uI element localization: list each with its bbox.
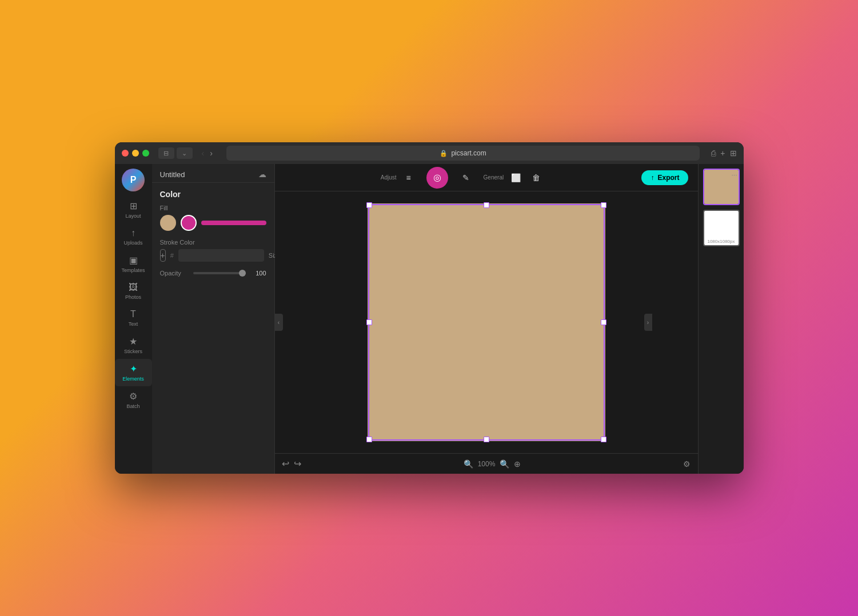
uploads-icon: ↑ — [131, 228, 135, 238]
bottom-center: 🔍 100% 🔍 ⊕ — [464, 459, 521, 469]
sidebar-item-text[interactable]: T Text — [115, 305, 152, 331]
layer-thumb-1[interactable]: ··· — [703, 169, 740, 205]
expand-panel-button[interactable]: › — [644, 314, 652, 331]
panel-header: Untitled ☁ — [152, 164, 274, 183]
delete-tool-button[interactable]: 🗑 — [528, 169, 545, 186]
main-area: Adjust ≡ ◎ ✎ General ⬜ 🗑 ↑ — [275, 164, 698, 474]
zoom-level: 100% — [478, 460, 496, 468]
settings-icon[interactable]: ⚙ — [683, 459, 691, 469]
extensions-icon[interactable]: ⊞ — [730, 149, 737, 158]
export-button[interactable]: ↑ Export — [641, 170, 688, 185]
photos-icon: 🖼 — [129, 282, 138, 293]
sidebar-item-elements[interactable]: ✦ Elements — [115, 359, 152, 386]
app-body: P ⊞ Layout ↑ Uploads ▣ Templates 🖼 Photo… — [115, 164, 744, 474]
fit-view-icon[interactable]: ⊕ — [514, 459, 521, 469]
logo-button[interactable]: P — [122, 169, 145, 191]
handle-top-mid[interactable] — [484, 202, 489, 208]
handle-mid-left[interactable] — [366, 319, 372, 325]
export-icon: ↑ — [651, 174, 654, 182]
title-bar: ⊟ ⌄ ‹ › 🔒 picsart.com ⎙ + ⊞ — [115, 142, 744, 164]
handle-mid-right[interactable] — [601, 319, 606, 325]
layer-1-more-button[interactable]: ··· — [731, 171, 737, 179]
handle-top-right[interactable] — [601, 202, 606, 208]
tab-expand-button[interactable]: ⌄ — [177, 147, 193, 159]
sidebar-label-stickers: Stickers — [124, 349, 142, 354]
nav-arrows: ‹ › — [199, 149, 215, 158]
sidebar-toggle-button[interactable]: ⊟ — [158, 147, 174, 159]
add-stroke-button[interactable]: + — [160, 249, 166, 262]
title-bar-right: ⎙ + ⊞ — [711, 149, 736, 158]
frame-tool-button[interactable]: ⬜ — [507, 169, 524, 186]
bottom-left: ↩ ↪ — [282, 458, 301, 469]
color-panel: Untitled ☁ Color Fill Stroke Color + # — [152, 164, 275, 474]
canvas-bottom-bar: ↩ ↪ 🔍 100% 🔍 ⊕ ⚙ — [275, 453, 698, 474]
address-bar[interactable]: 🔒 picsart.com — [226, 146, 700, 161]
sidebar-label-uploads: Uploads — [123, 240, 142, 246]
canvas-element[interactable] — [368, 203, 605, 441]
sidebar-label-text: Text — [129, 321, 138, 327]
selection-border — [368, 204, 605, 441]
canvas-wrapper — [361, 197, 612, 448]
layout-icon: ⊞ — [130, 201, 137, 211]
redo-button[interactable]: ↪ — [294, 458, 301, 469]
add-tab-icon[interactable]: + — [720, 149, 725, 158]
color-section: Color Fill Stroke Color + # Size 0 Opaci… — [152, 183, 274, 283]
handle-bottom-right[interactable] — [601, 437, 606, 442]
canvas-area: ‹ › — [275, 191, 698, 453]
templates-icon: ▣ — [129, 255, 138, 266]
share-icon[interactable]: ⎙ — [711, 149, 716, 158]
color-picker-icon: ◎ — [433, 172, 441, 183]
fill-label: Fill — [160, 205, 266, 211]
sidebar-item-batch[interactable]: ⚙ Batch — [115, 386, 152, 414]
batch-icon: ⚙ — [129, 391, 137, 402]
main-toolbar: Adjust ≡ ◎ ✎ General ⬜ 🗑 ↑ — [275, 164, 698, 191]
export-label: Export — [657, 174, 679, 182]
project-title: Untitled — [160, 170, 185, 179]
opacity-slider[interactable] — [193, 272, 246, 274]
fill-color-bar — [201, 221, 266, 225]
opacity-label: Opacity — [160, 270, 189, 277]
fill-swatches — [160, 215, 266, 231]
traffic-lights — [122, 150, 149, 157]
stroke-color-input[interactable] — [178, 249, 264, 262]
icon-sidebar: P ⊞ Layout ↑ Uploads ▣ Templates 🖼 Photo… — [115, 164, 152, 474]
handle-bottom-left[interactable] — [366, 437, 372, 442]
adjust-label: Adjust — [381, 174, 397, 181]
sidebar-item-layout[interactable]: ⊞ Layout — [115, 196, 152, 223]
text-icon: T — [130, 309, 136, 319]
handle-bottom-mid[interactable] — [484, 437, 489, 442]
pen-tool-button[interactable]: ✎ — [457, 169, 474, 186]
collapse-panel-button[interactable]: ‹ — [275, 314, 283, 331]
logo-icon: P — [130, 175, 137, 185]
color-picker-button[interactable]: ◎ — [426, 167, 448, 189]
sidebar-item-templates[interactable]: ▣ Templates — [115, 250, 152, 278]
handle-top-left[interactable] — [366, 202, 372, 208]
opacity-thumb[interactable] — [239, 270, 246, 277]
undo-button[interactable]: ↩ — [282, 458, 289, 469]
browser-window: ⊟ ⌄ ‹ › 🔒 picsart.com ⎙ + ⊞ P ⊞ Layout — [115, 142, 744, 474]
forward-button[interactable]: › — [207, 149, 215, 158]
sidebar-label-batch: Batch — [126, 403, 139, 409]
sidebar-item-stickers[interactable]: ★ Stickers — [115, 331, 152, 359]
toolbar-right: ↑ Export — [641, 170, 688, 185]
layer-thumb-2[interactable]: 1080x1080px — [703, 210, 740, 246]
panel-title-row: Untitled — [160, 170, 185, 179]
general-group: General ⬜ 🗑 — [484, 169, 545, 186]
sliders-tool-button[interactable]: ≡ — [400, 169, 417, 186]
elements-icon: ✦ — [130, 363, 137, 374]
fill-swatch-tan[interactable] — [160, 215, 176, 231]
minimize-button[interactable] — [132, 150, 139, 157]
zoom-in-icon[interactable]: 🔍 — [500, 459, 509, 469]
zoom-out-icon[interactable]: 🔍 — [464, 459, 473, 469]
fill-swatch-pink[interactable] — [181, 215, 197, 231]
cloud-sync-icon[interactable]: ☁ — [258, 170, 266, 179]
stroke-color-label: Stroke Color — [160, 239, 266, 246]
sidebar-item-uploads[interactable]: ↑ Uploads — [115, 223, 152, 250]
sidebar-item-photos[interactable]: 🖼 Photos — [115, 278, 152, 305]
back-button[interactable]: ‹ — [199, 149, 207, 158]
close-button[interactable] — [122, 150, 129, 157]
sidebar-label-elements: Elements — [122, 376, 144, 382]
maximize-button[interactable] — [142, 150, 149, 157]
opacity-value: 100 — [250, 270, 266, 277]
url-text: picsart.com — [451, 149, 486, 157]
